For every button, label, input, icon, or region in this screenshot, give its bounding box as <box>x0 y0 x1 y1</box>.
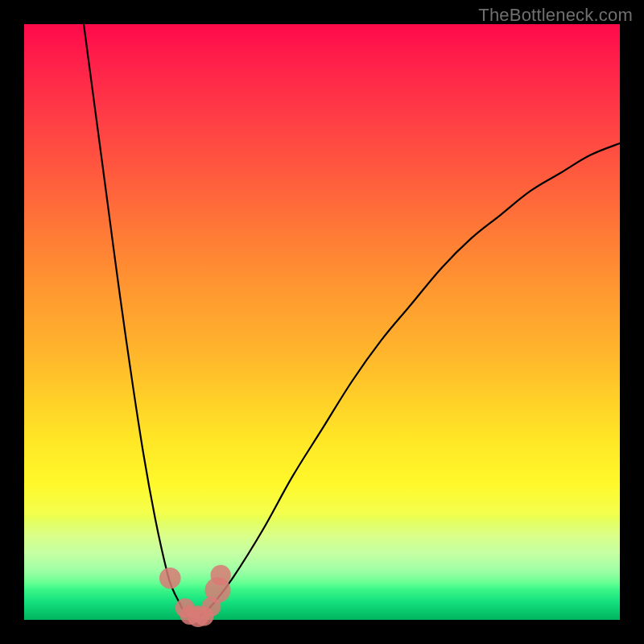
marker-dot <box>159 568 181 589</box>
watermark-text: TheBottleneck.com <box>478 5 633 26</box>
curve-layer <box>24 24 620 620</box>
marker-group <box>159 565 231 627</box>
marker-dot <box>211 565 231 585</box>
chart-frame: TheBottleneck.com <box>0 0 644 644</box>
left-branch-curve <box>84 24 191 620</box>
plot-area <box>24 24 620 620</box>
right-branch-curve <box>191 143 620 620</box>
